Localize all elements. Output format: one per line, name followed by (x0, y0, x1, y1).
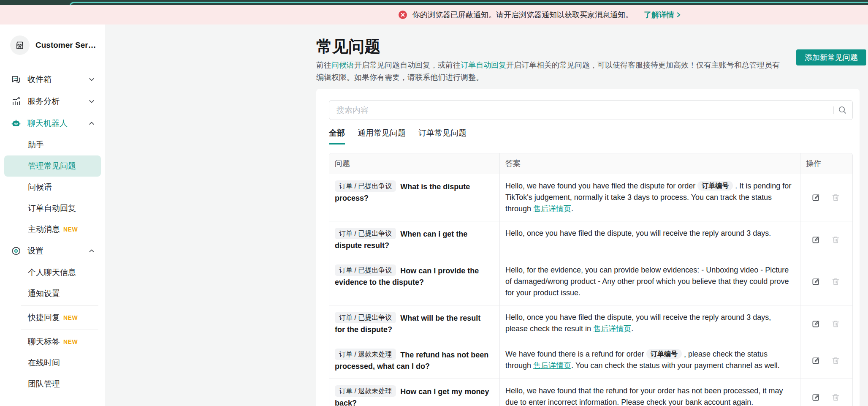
edit-button[interactable] (811, 193, 820, 202)
sidebar-menu: 收件箱服务分析聊天机器人助手管理常见问题问候语订单自动回复主动消息NEW设置个人… (0, 68, 105, 395)
chevron-down-icon (88, 98, 95, 105)
sidebar-subitem-label: 聊天标签 (28, 336, 60, 347)
answer-cell: Hello, we have found that the refund for… (499, 379, 800, 406)
sidebar-subitem[interactable]: 通知设置 (0, 283, 105, 304)
sidebar-item-3[interactable]: 设置 (0, 240, 105, 262)
order-number-tag: 订单编号 (646, 349, 682, 359)
sidebar-subitem-label: 管理常见问题 (28, 161, 76, 172)
add-faq-button[interactable]: 添加新常见问题 (796, 49, 866, 65)
delete-button[interactable] (831, 193, 840, 202)
chevron-right-icon (676, 12, 681, 18)
inline-link[interactable]: 问候语 (331, 61, 354, 69)
sidebar-subitem[interactable]: 管理常见问题 (4, 155, 101, 177)
delete-button[interactable] (831, 356, 840, 365)
delete-icon (831, 319, 840, 328)
sidebar-item-label: 聊天机器人 (27, 118, 88, 129)
table-row: 订单 / 退款未处理How can I get my money back?He… (329, 379, 852, 406)
sidebar-item-1[interactable]: 服务分析 (0, 90, 105, 112)
sidebar-subitem[interactable]: 在线时间 (0, 352, 105, 373)
sidebar-item-label: 服务分析 (27, 96, 88, 107)
question-cell: 订单 / 已提出争议When can i get the dispute res… (329, 221, 499, 258)
answer-cell: Hello, we have found you have filed the … (499, 174, 800, 221)
column-header-actions: 操作 (800, 153, 852, 174)
answer-cell: Hello, once you have filed the dispute, … (499, 221, 800, 258)
edit-button[interactable] (811, 356, 820, 365)
answer-link[interactable]: 售后详情页 (593, 324, 631, 333)
edit-button[interactable] (811, 393, 820, 402)
sidebar-subitem-label: 问候语 (28, 182, 52, 193)
sidebar-subitem[interactable]: 订单自动回复 (0, 198, 105, 219)
answer-text: . (571, 204, 573, 213)
search-input[interactable] (329, 100, 853, 120)
faq-tabs: 全部通用常见问题订单常见问题 (329, 128, 853, 144)
sidebar-subitem[interactable]: 聊天标签NEW (0, 331, 105, 352)
sidebar-item-2[interactable]: 聊天机器人 (0, 112, 105, 134)
answer-cell: Hello, once you have filed the dispute, … (499, 305, 800, 342)
table-row: 订单 / 已提出争议When can i get the dispute res… (329, 221, 852, 258)
chevron-up-icon (88, 120, 95, 127)
question-category-tag: 订单 / 退款未处理 (335, 385, 396, 397)
edit-button[interactable] (811, 319, 820, 328)
learn-more-link[interactable]: 了解详情 (644, 10, 681, 20)
actions-cell (800, 221, 852, 258)
inline-link[interactable]: 订单自动回复 (461, 61, 506, 69)
delete-button[interactable] (831, 235, 840, 244)
delete-button[interactable] (831, 393, 840, 402)
delete-button[interactable] (831, 277, 840, 286)
sidebar-subitem[interactable]: 问候语 (0, 177, 105, 198)
answer-link[interactable]: 售后详情页 (533, 204, 571, 213)
search-icon[interactable] (838, 106, 847, 114)
page-title: 常见问题 (316, 36, 868, 57)
sidebar: Customer Servic... 收件箱服务分析聊天机器人助手管理常见问题问… (0, 25, 105, 406)
question-cell: 订单 / 已提出争议How can I provide the evidence… (329, 258, 499, 305)
actions-cell (800, 258, 852, 305)
question-cell: 订单 / 已提出争议What is the dispute process? (329, 174, 499, 221)
tab-0[interactable]: 全部 (329, 128, 345, 144)
edit-icon (811, 356, 820, 365)
page-description: 前往问候语开启常见问题自动回复，或前往订单自动回复开启订单相关的常见问题，可以使… (316, 59, 784, 84)
sidebar-subitem-label: 主动消息 (28, 224, 60, 235)
delete-icon (831, 393, 840, 402)
sidebar-item-0[interactable]: 收件箱 (0, 68, 105, 90)
sidebar-item-label: 设置 (27, 245, 88, 256)
tab-2[interactable]: 订单常见问题 (418, 128, 467, 144)
edit-icon (811, 393, 820, 402)
sidebar-subitem[interactable]: 主动消息NEW (0, 219, 105, 240)
table-header-row: 问题 答案 操作 (329, 153, 852, 174)
robot-icon (11, 118, 21, 128)
edit-icon (811, 277, 820, 286)
chevron-up-icon (88, 248, 95, 254)
chat-bubble-icon (11, 74, 21, 84)
actions-cell (800, 379, 852, 406)
answer-text: . You can check the status with your pay… (571, 361, 780, 370)
delete-icon (831, 193, 840, 202)
sidebar-subitem-label: 团队管理 (28, 379, 60, 390)
actions-cell (800, 342, 852, 379)
answer-text: Hello, once you have filed the dispute, … (505, 313, 771, 333)
edit-icon (811, 235, 820, 244)
sidebar-subitem[interactable]: 个人聊天信息 (0, 262, 105, 283)
answer-text: We have found there is a refund for orde… (505, 350, 646, 358)
sidebar-subitem[interactable]: 快捷回复NEW (0, 307, 105, 328)
question-category-tag: 订单 / 退款未处理 (335, 349, 396, 360)
account-header[interactable]: Customer Servic... (0, 35, 105, 55)
edit-button[interactable] (811, 277, 820, 286)
delete-button[interactable] (831, 319, 840, 328)
sidebar-subitem[interactable]: 助手 (0, 134, 105, 155)
edit-button[interactable] (811, 235, 820, 244)
bar-chart-icon (11, 96, 21, 106)
error-circle-icon (398, 10, 407, 19)
new-badge: NEW (63, 338, 78, 345)
description-text: 开启常见问题自动回复，或前往 (354, 61, 461, 69)
table-row: 订单 / 已提出争议What will be the result for th… (329, 305, 852, 342)
description-text: 前往 (316, 61, 331, 69)
sidebar-subitem-label: 在线时间 (28, 357, 60, 368)
sidebar-subitem[interactable]: 团队管理 (0, 373, 105, 395)
question-cell: 订单 / 退款未处理The refund has not been proces… (329, 342, 499, 379)
sidebar-subitem-label: 助手 (28, 139, 44, 150)
answer-link[interactable]: 售后详情页 (533, 361, 571, 370)
question-cell: 订单 / 退款未处理How can I get my money back? (329, 379, 499, 406)
tab-1[interactable]: 通用常见问题 (358, 128, 406, 144)
app-window: 你的浏览器已屏蔽通知。请开启浏览器通知以获取买家消息通知。 了解详情 Custo… (0, 0, 868, 406)
menu-divider (21, 330, 98, 330)
